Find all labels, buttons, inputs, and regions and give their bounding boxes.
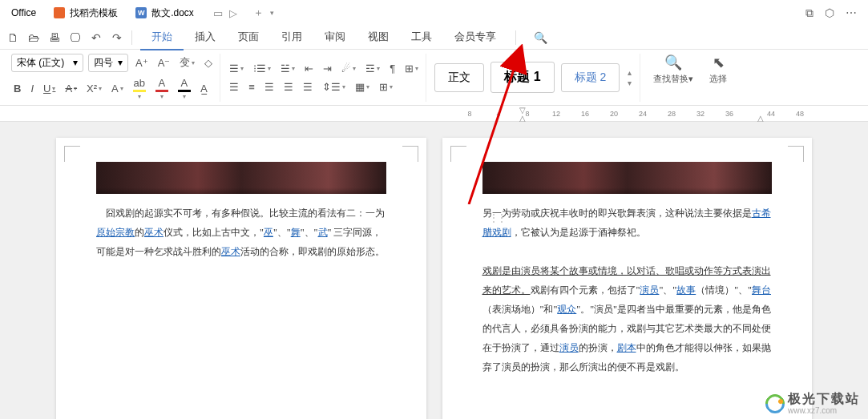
print-icon[interactable]: 🖶 — [48, 31, 61, 44]
body-text[interactable]: 囧戏剧的起源实不可考，有多种假说。比较主流的看法有二：一为原始宗教的巫术仪式，比… — [96, 203, 386, 261]
editing-group: 🔍 查找替换▾ ⬉ 选择 — [642, 54, 738, 102]
text-direction-button[interactable]: ☄▾ — [339, 61, 358, 76]
align-center-button[interactable]: ≡ — [246, 79, 257, 95]
link-martial[interactable]: 武 — [318, 227, 328, 238]
link-wu[interactable]: 巫 — [264, 227, 273, 238]
margin-corner — [402, 146, 418, 162]
tab-member[interactable]: 会员专享 — [443, 25, 507, 50]
increase-indent-button[interactable]: ⇥ — [321, 61, 334, 76]
new-tab[interactable]: ＋ ▾ — [247, 6, 281, 20]
link-audience[interactable]: 观众 — [557, 304, 576, 315]
ruler-tick: 12 — [551, 110, 561, 118]
toolbar: 宋体 (正文) ▾ 四号 ▾ A⁺ A⁻ 变▾ ◇ B I U▾ A▾ X²▾ … — [0, 50, 868, 106]
chevron-up-icon: ▴ — [628, 68, 632, 77]
preview-icon[interactable]: 🖵 — [69, 31, 82, 44]
watermark: 极光下载站 www.xz7.com — [765, 392, 860, 415]
tab-insert[interactable]: 插入 — [184, 25, 227, 50]
show-marks-button[interactable]: ¶ — [387, 61, 398, 76]
tab-review[interactable]: 审阅 — [313, 25, 357, 50]
search-replace-label: 查找替换▾ — [653, 73, 693, 85]
style-body[interactable]: 正文 — [434, 63, 484, 92]
tab-document[interactable]: W 散文.docx — [127, 2, 202, 24]
font-background-button[interactable]: A▾ — [176, 75, 193, 102]
highlight-button[interactable]: ab▾ — [131, 75, 148, 102]
numbering-button[interactable]: ⁝☰▾ — [251, 61, 273, 76]
link-dance[interactable]: 舞 — [291, 227, 301, 238]
borders-button[interactable]: ⊞▾ — [377, 79, 395, 95]
page-left[interactable]: 囧戏剧的起源实不可考，有多种假说。比较主流的看法有二：一为原始宗教的巫术仪式，比… — [56, 138, 426, 419]
link-script[interactable]: 剧本 — [617, 342, 636, 353]
link-story[interactable]: 故事 — [676, 284, 696, 296]
font-size-select[interactable]: 四号 ▾ — [88, 54, 128, 72]
link-religion[interactable]: 原始宗教 — [96, 227, 135, 238]
italic-button[interactable]: I — [28, 81, 36, 96]
ribbon-tabs: 开始 插入 页面 引用 审阅 视图 工具 会员专享 — [140, 25, 507, 50]
styles-group: 正文 标题 1 标题 2 ▴ ▾ — [428, 54, 640, 102]
bullets-button[interactable]: ☰▾ — [227, 61, 246, 76]
ruler-numbers: 8 4 8 12 16 20 24 28 32 36 44 48 — [465, 110, 805, 118]
style-scroll[interactable]: ▴ ▾ — [624, 68, 635, 87]
window-icon[interactable]: ⧉ — [805, 6, 813, 20]
increase-font-button[interactable]: A⁺ — [133, 55, 151, 71]
tab-view[interactable]: 视图 — [357, 25, 400, 50]
sort-button[interactable]: ☲▾ — [363, 61, 382, 76]
ruler[interactable]: ▽ 8 4 8 12 16 20 24 28 32 36 44 48 △ △ — [0, 106, 868, 122]
search-replace-button[interactable]: 🔍 查找替换▾ — [647, 54, 700, 102]
plus-icon: ＋ — [253, 6, 264, 20]
search-icon[interactable]: 🔍 — [534, 31, 547, 44]
font-color-button[interactable]: A▾ — [153, 75, 171, 102]
tab-tools[interactable]: 工具 — [400, 25, 443, 50]
redo-icon[interactable]: ↷ — [111, 31, 123, 44]
align-left-button[interactable]: ☰ — [227, 79, 241, 95]
link-actor[interactable]: 演员 — [640, 284, 659, 296]
align-justify-button[interactable]: ☰ — [281, 79, 296, 95]
link-actor2[interactable]: 演员 — [559, 342, 579, 353]
change-case-button[interactable]: 变▾ — [177, 54, 197, 71]
font-name-value: 宋体 (正文) — [17, 56, 64, 70]
tab-close-icon[interactable]: ▷ — [229, 7, 237, 19]
margin-corner — [788, 146, 804, 162]
tab-office[interactable]: Office — [3, 2, 44, 24]
link-wushu2[interactable]: 巫术 — [221, 246, 240, 257]
line-spacing-button[interactable]: ⇕☰▾ — [320, 79, 348, 95]
body-text[interactable]: 另一为劳动或庆祝丰收时的即兴歌舞表演，这种说法主要依据是古希腊戏剧，它被认为是起… — [482, 203, 773, 377]
decrease-font-button[interactable]: A⁻ — [155, 55, 173, 71]
watermark-logo-icon — [761, 390, 789, 417]
document-area: 囧戏剧的起源实不可考，有多种假说。比较主流的看法有二：一为原始宗教的巫术仪式，比… — [0, 122, 868, 419]
align-distribute-button[interactable]: ☰ — [301, 79, 315, 95]
tab-reference[interactable]: 引用 — [270, 25, 313, 50]
font-dialog-button[interactable]: A̲ — [198, 81, 210, 96]
style-heading2[interactable]: 标题 2 — [561, 63, 620, 92]
align-right-button[interactable]: ☰ — [262, 79, 277, 95]
tabs-button[interactable]: ⊞▾ — [402, 61, 421, 76]
tab-page[interactable]: 页面 — [227, 25, 270, 50]
divider — [131, 30, 132, 45]
font-effects-button[interactable]: A▾ — [109, 81, 126, 96]
drag-handle-icon[interactable]: ⋮⋮ — [489, 212, 505, 224]
select-button[interactable]: ⬉ 选择 — [703, 54, 733, 102]
select-label: 选择 — [709, 73, 727, 85]
cube-icon[interactable]: ⬡ — [825, 6, 834, 20]
shading-button[interactable]: ▦▾ — [353, 79, 372, 95]
link-wushu[interactable]: 巫术 — [144, 227, 164, 238]
superscript-button[interactable]: X²▾ — [84, 81, 104, 96]
decrease-indent-button[interactable]: ⇤ — [302, 61, 316, 76]
template-icon — [54, 7, 65, 18]
bold-button[interactable]: B — [11, 81, 23, 96]
clear-format-button[interactable]: ◇ — [202, 55, 215, 71]
more-icon[interactable]: ⋯ — [846, 6, 857, 20]
open-icon[interactable]: 🗁 — [27, 31, 40, 44]
underline-button[interactable]: U▾ — [41, 81, 58, 96]
undo-icon[interactable]: ↶ — [90, 31, 103, 44]
page-right[interactable]: 另一为劳动或庆祝丰收时的即兴歌舞表演，这种说法主要依据是古希腊戏剧，它被认为是起… — [442, 138, 813, 419]
new-icon[interactable]: 🗋 — [6, 31, 19, 44]
tab-label: 散文.docx — [151, 6, 194, 20]
tab-list-icon[interactable]: ▭ — [213, 7, 223, 19]
style-heading1[interactable]: 标题 1 — [491, 62, 554, 93]
link-stage[interactable]: 舞台 — [752, 284, 771, 296]
multilevel-button[interactable]: ☱▾ — [278, 61, 297, 76]
tab-start[interactable]: 开始 — [140, 25, 184, 50]
strikethrough-button[interactable]: A▾ — [63, 81, 79, 96]
font-name-select[interactable]: 宋体 (正文) ▾ — [11, 54, 83, 72]
tab-templates[interactable]: 找稻壳模板 — [46, 2, 126, 24]
